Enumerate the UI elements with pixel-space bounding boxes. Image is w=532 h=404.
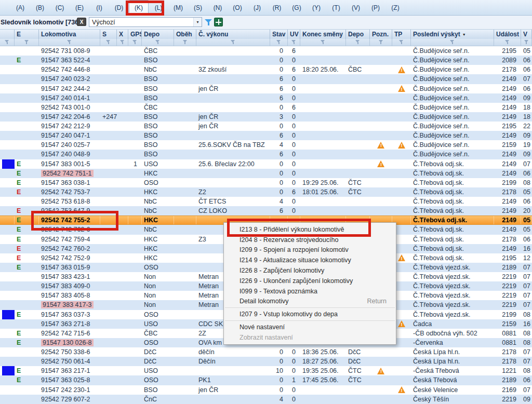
tab-g[interactable]: (G)	[287, 0, 307, 15]
tab-s[interactable]: (S)	[188, 0, 208, 15]
menu-item[interactable]: I214 9 - Aktualizace situace lokomotivy	[224, 255, 396, 265]
filter-funnel-icon[interactable]	[67, 40, 72, 45]
filter-cell-stav[interactable]	[270, 39, 288, 46]
tab-j[interactable]: (J)	[247, 0, 267, 15]
filter-funnel-icon[interactable]	[450, 40, 455, 45]
filter-funnel-icon[interactable]	[24, 40, 29, 45]
close-button[interactable]: X	[77, 18, 86, 26]
tab-y[interactable]: (Y)	[307, 0, 326, 15]
filter-funnel-icon[interactable]	[120, 40, 125, 45]
filter-cell-obeh[interactable]	[174, 39, 196, 46]
table-row[interactable]: 91547 242 212-9BSOjen ČR00Č.Budějovice s…	[0, 122, 532, 131]
table-row[interactable]: 92542 753 618-8NbCČT ETCS40Č.Třebová odj…	[0, 197, 532, 206]
table-row[interactable]: E92542 742 751-1HKC00Č.Třebová odj.sk.21…	[0, 169, 532, 178]
filter-funnel-icon[interactable]	[355, 40, 360, 45]
table-row[interactable]: 92542 750 338-6DčCděčín0018:36 25.06.DčC…	[0, 347, 532, 357]
filter-cell-c-vykonu[interactable]	[196, 39, 270, 46]
filter-cell-s[interactable]	[100, 39, 117, 46]
column-header-depo[interactable]: Depo	[142, 30, 174, 39]
chevron-down-icon[interactable]: ▾	[193, 18, 202, 26]
table-row[interactable]: 92542 750 061-4DčCDěčín0018:27 25.06.DčC…	[0, 357, 532, 366]
tab-p[interactable]: (P)	[366, 0, 385, 15]
tab-i[interactable]: (I)	[89, 0, 109, 15]
table-row[interactable]: 91547 240 023-2BSO60Č.Budějovice seř.n.2…	[0, 74, 532, 84]
table-row[interactable]: E92542 742 753-7HKCZ20618:01 25.06.ČTCČ.…	[0, 187, 532, 197]
menu-item[interactable]: I099 9 - Textová poznámka	[224, 286, 396, 297]
column-header-udalost[interactable]: Událost	[494, 30, 521, 39]
filter-funnel-icon[interactable]	[5, 40, 9, 45]
column-header-stav[interactable]: Stav	[270, 30, 288, 39]
table-row[interactable]: 91547 240 025-7BSO25.6.SOKV ČB na TBZ40Č…	[0, 140, 532, 150]
tab-a[interactable]: (A)	[10, 0, 30, 15]
table-row[interactable]: 91547 242 244-2BSOjen ČR60Č.Budějovice s…	[0, 84, 532, 93]
tab-m[interactable]: (M)	[168, 0, 188, 15]
column-header-v[interactable]: V	[521, 30, 532, 39]
filter-cell-e[interactable]	[15, 39, 39, 46]
table-row[interactable]: 92542 729 607-2ČnC40Český Těšín221909	[0, 395, 532, 404]
filter-cell-indicator[interactable]	[0, 39, 15, 46]
excel-export-icon[interactable]	[214, 18, 223, 26]
column-header-obeh[interactable]: Oběh	[174, 30, 196, 39]
menu-item[interactable]: I226 9 - Ukončení zapůjčení lokomotivy	[224, 276, 396, 286]
table-row[interactable]: 91547 240 048-9BSO60Č.Budějovice seř.n.2…	[0, 150, 532, 159]
filter-funnel-icon[interactable]	[155, 40, 160, 45]
table-row[interactable]: 92542 742 446-8NbC3Z zkouší0618:20 25.06…	[0, 65, 532, 74]
column-header-x[interactable]: X	[117, 30, 128, 39]
column-header-gps[interactable]: GPS	[128, 30, 142, 39]
column-header-konec-smeny[interactable]: Konec směny	[300, 30, 346, 39]
menu-item[interactable]: Nové nastavení	[224, 322, 396, 332]
tab-e[interactable]: (E)	[70, 0, 89, 15]
column-header-e[interactable]: E	[15, 30, 39, 39]
tab-n[interactable]: (N)	[208, 0, 228, 15]
table-row[interactable]: E91547 363 025-8OSOPK10117:45 25.06.ČTCČ…	[0, 375, 532, 385]
menu-item[interactable]: I226 8 - Zapůjčení lokomotivy	[224, 265, 396, 276]
menu-item[interactable]: Detail lokomotivyReturn	[224, 297, 396, 307]
filter-funnel-icon[interactable]	[524, 40, 529, 45]
filter-cell-depo[interactable]	[142, 39, 174, 46]
table-row[interactable]: 92542 743 001-0ČBC06Č.Budějovice seř.n.2…	[0, 103, 532, 112]
filter-cell-lokomotiva[interactable]	[39, 39, 100, 46]
tab-b[interactable]: (B)	[30, 0, 50, 15]
filter-cell-posledni-vyskyt[interactable]	[411, 39, 494, 46]
filter-funnel-icon[interactable]	[183, 40, 188, 45]
filter-funnel-icon[interactable]	[106, 40, 111, 45]
filter-cell-gps[interactable]	[128, 39, 142, 46]
column-header-pozn[interactable]: Pozn.	[370, 30, 392, 39]
tab-v[interactable]: (V)	[346, 0, 366, 15]
tab-r[interactable]: (R)	[267, 0, 287, 15]
filter-cell-konec-smeny[interactable]	[300, 39, 346, 46]
column-header-posledni-vyskyt[interactable]: Poslední výskyt▼	[411, 30, 494, 39]
filter-cell-udalost[interactable]	[494, 39, 521, 46]
filter-cell-depo2[interactable]	[346, 39, 370, 46]
filter-cell-uv[interactable]	[288, 39, 300, 46]
filter-funnel-icon[interactable]	[321, 40, 325, 45]
table-row[interactable]: E91547 363 522-4BSO00Č.Budějovice seř.n.…	[0, 56, 532, 65]
table-row[interactable]: 91547 242 204-6+247BSOjen ČR30Č.Budějovi…	[0, 112, 532, 122]
filter-funnel-icon[interactable]	[379, 40, 383, 45]
tab-c[interactable]: (C)	[50, 0, 70, 15]
column-header-tp[interactable]: TP	[392, 30, 411, 39]
table-row[interactable]: 91547 240 014-1BSO60Č.Budějovice seř.n.2…	[0, 93, 532, 103]
filter-cell-tp[interactable]	[392, 39, 411, 46]
column-header-uv[interactable]: UV	[288, 30, 300, 39]
filter-funnel-icon[interactable]	[291, 40, 296, 45]
menu-item[interactable]: I207 9 - Vstup lokomotivy do depa	[224, 309, 396, 319]
table-row[interactable]: 91547 240 047-1BSO60Č.Budějovice seř.n.2…	[0, 131, 532, 140]
table-row[interactable]: E91547 383 001-51USO25.6. Břeclav 22:000…	[0, 159, 532, 169]
column-header-c-vykonu[interactable]: Č. výkonu	[196, 30, 270, 39]
view-combo[interactable]: Výchozí ▾	[89, 17, 202, 27]
table-row[interactable]: 91547 242 230-1BSOjen ČR00České Velenice…	[0, 385, 532, 395]
filter-funnel-icon[interactable]	[132, 40, 137, 45]
tab-o[interactable]: (O)	[228, 0, 247, 15]
filter-funnel-icon[interactable]	[505, 40, 510, 45]
column-header-depo2[interactable]: Depo	[346, 30, 370, 39]
column-header-s[interactable]: S	[100, 30, 117, 39]
filter-funnel-icon[interactable]	[399, 40, 404, 45]
filter-cell-x[interactable]	[117, 39, 128, 46]
filter-funnel-toolbar-icon[interactable]	[205, 19, 212, 26]
column-header-indicator[interactable]	[0, 30, 15, 39]
table-row[interactable]: 92542 731 008-9ČBC06Č.Budějovice seř.n.2…	[0, 46, 532, 56]
column-header-lokomotiva[interactable]: Lokomotiva	[39, 30, 100, 39]
tab-t[interactable]: (T)	[326, 0, 346, 15]
table-row[interactable]: E91547 363 217-1USO10019:35 25.06.ČTC-Če…	[0, 366, 532, 375]
